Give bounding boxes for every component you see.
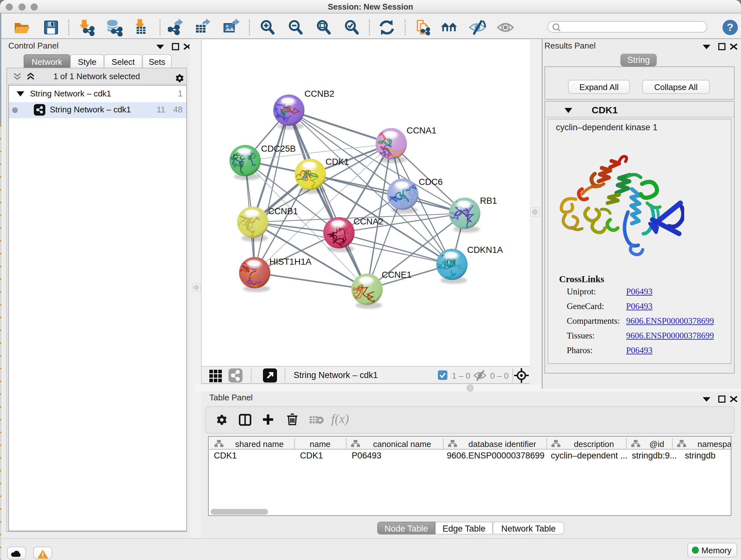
svg-text:CDC6: CDC6 <box>419 177 443 187</box>
svg-text:CCNE1: CCNE1 <box>382 270 412 280</box>
svg-text:?: ? <box>727 21 734 33</box>
svg-text:CCNA2: CCNA2 <box>354 216 384 226</box>
svg-text:RB1: RB1 <box>480 196 497 206</box>
svg-text:CCNB2: CCNB2 <box>305 89 334 99</box>
svg-text:CDKN1A: CDKN1A <box>467 245 503 255</box>
svg-text:CCNA1: CCNA1 <box>407 125 436 135</box>
svg-text:CCNB1: CCNB1 <box>268 206 298 216</box>
svg-text:CDK1: CDK1 <box>326 157 349 167</box>
svg-text:CDC25B: CDC25B <box>261 144 296 153</box>
svg-text:HIST1H1A: HIST1H1A <box>269 257 312 266</box>
